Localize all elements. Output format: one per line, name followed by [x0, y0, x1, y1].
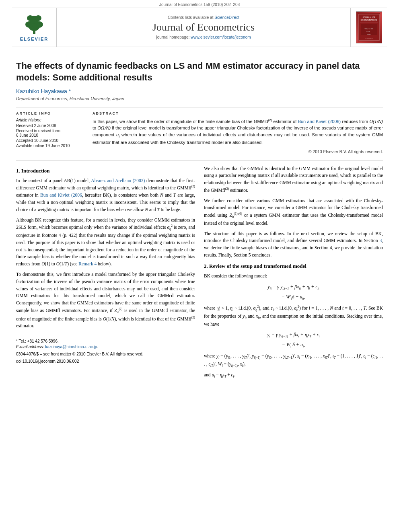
citation-text: Journal of Econometrics 159 (2010) 202–2… [159, 2, 240, 7]
abstract-text: In this paper, we show that the order of… [93, 118, 383, 146]
intro-para1: In the context of a panel AR(1) model, A… [16, 177, 195, 214]
abstract-label: ABSTRACT [93, 111, 383, 115]
right-column: We also show that the GMMcd is identical… [204, 165, 383, 383]
main-content: The effects of dynamic feedbacks on LS a… [0, 47, 399, 391]
available-date: Available online 19 June 2010 [16, 144, 84, 148]
footnote-email: E-mail address: kazuhaya@hiroshima-u.ac.… [16, 344, 195, 350]
divider-1 [16, 107, 383, 107]
section2-title: 2. Review of the setup and transformed m… [204, 262, 383, 270]
intro-para3: To demonstrate this, we first introduce … [16, 271, 195, 330]
equation-2b: = Wi δ + ui, [204, 341, 383, 349]
svg-point-5 [27, 15, 33, 21]
received-date: Received 2 June 2008 [16, 123, 84, 128]
left-column: 1. Introduction In the context of a pane… [16, 165, 195, 383]
body-columns: 1. Introduction In the context of a pane… [16, 165, 383, 383]
equation-1b: = W′iδ + uit, [204, 293, 383, 302]
and-ui-text: and ui = ηiιT + εi. [204, 372, 383, 380]
footnote-doi2: doi:10.1016/j.jeconom.2010.06.002 [16, 359, 195, 364]
section1-title: 1. Introduction [16, 167, 195, 175]
footnote-doi: 0304-4076/$ – see front matter © 2010 El… [16, 351, 195, 357]
right-para3: The structure of this paper is as follow… [204, 230, 383, 259]
right-para2: We further consider other various GMM es… [204, 197, 383, 227]
svg-text:ECONOMETRICS: ECONOMETRICS [360, 19, 377, 21]
author-name: Kazuhiko Hayakawa * [16, 88, 383, 94]
paper-title: The effects of dynamic feedbacks on LS a… [16, 60, 383, 83]
svg-text:JOURNAL OF: JOURNAL OF [362, 16, 375, 18]
article-info-title: ARTICLE INFO [16, 111, 84, 115]
svg-text:2010: 2010 [367, 33, 371, 35]
sciencedirect-link[interactable]: ScienceDirect [214, 15, 239, 20]
section2-where1: where |γ| < 1, ηi ~ i.i.d.(0, ση2), and … [204, 304, 383, 328]
page-wrapper: Journal of Econometrics 159 (2010) 202–2… [0, 0, 399, 532]
elsevier-label: ELSEVIER [20, 37, 48, 41]
article-history-label: Article history: [16, 118, 84, 122]
cover-svg: JOURNAL OF ECONOMETRICS Volume 159 Issue… [358, 13, 380, 41]
elsevier-logo-area: ELSEVIER [12, 8, 56, 47]
section2-intro: BK consider the following model: [204, 273, 383, 280]
right-para1: We also show that the GMMcd is identical… [204, 165, 383, 194]
journal-title-banner: Journal of Econometrics [152, 21, 255, 33]
abstract-section: ABSTRACT In this paper, we show that the… [93, 111, 383, 154]
section3-link[interactable]: 3 [379, 238, 382, 243]
svg-text:ELSEVIER: ELSEVIER [365, 37, 373, 39]
svg-text:Issue 1: Issue 1 [366, 31, 372, 33]
footnote-tel: * Tel.: +81 42 576 5996. [16, 339, 195, 344]
divider-2 [16, 160, 383, 160]
elsevier-tree-icon [22, 13, 46, 35]
equation-2: yi = γ yi(−1) + βxi + ηiιT + εi [204, 331, 383, 339]
article-abstract-section: ARTICLE INFO Article history: Received 2… [16, 111, 383, 154]
remark4-link[interactable]: Remark 4 [78, 261, 97, 266]
homepage-link[interactable]: www.elsevier.com/locate/jeconom [191, 35, 251, 39]
bun-kiviet-2006-link[interactable]: Bun and Kiviet (2006 [40, 193, 82, 197]
equation-1: yit = γ yi,t−1 + βxit + ηi + εit [204, 283, 383, 292]
homepage-line: journal homepage: www.elsevier.com/locat… [156, 35, 251, 39]
alvarez-arellano-link[interactable]: Alvarez and Arellano (2003) [91, 178, 145, 183]
intro-para2: Although BK recognize this feature, for … [16, 217, 195, 268]
email-link[interactable]: kazuhaya@hiroshima-u.ac.jp [45, 345, 97, 349]
journal-cover-area: JOURNAL OF ECONOMETRICS Volume 159 Issue… [351, 8, 387, 47]
author-affiliation: Department of Economics, Hiroshima Unive… [16, 96, 383, 101]
journal-header-top: Journal of Econometrics 159 (2010) 202–2… [0, 0, 399, 8]
bun-kiviet-link[interactable]: Bun and Kiviet (2006) [298, 119, 341, 124]
journal-banner: ELSEVIER Contents lists available at Sci… [12, 8, 387, 47]
sciencedirect-line: Contents lists available at ScienceDirec… [168, 15, 239, 20]
journal-center: Contents lists available at ScienceDirec… [56, 8, 351, 47]
journal-cover-image: JOURNAL OF ECONOMETRICS Volume 159 Issue… [356, 11, 382, 43]
and-text: and [204, 372, 211, 377]
svg-point-6 [35, 15, 41, 21]
svg-text:Volume 159: Volume 159 [364, 28, 373, 30]
article-info: ARTICLE INFO Article history: Received 2… [16, 111, 84, 154]
revised-date: Received in revised form6 June 2010 [16, 129, 84, 138]
elsevier-logo: ELSEVIER [20, 13, 48, 41]
section2-where2: where yi = (yi1, . . . , yiT)′, yi(−1) =… [204, 353, 383, 368]
copyright-text: © 2010 Elsevier B.V. All rights reserved… [93, 149, 383, 154]
accepted-date: Accepted 10 June 2010 [16, 138, 84, 143]
footnote-area: * Tel.: +81 42 576 5996. E-mail address:… [16, 336, 195, 364]
